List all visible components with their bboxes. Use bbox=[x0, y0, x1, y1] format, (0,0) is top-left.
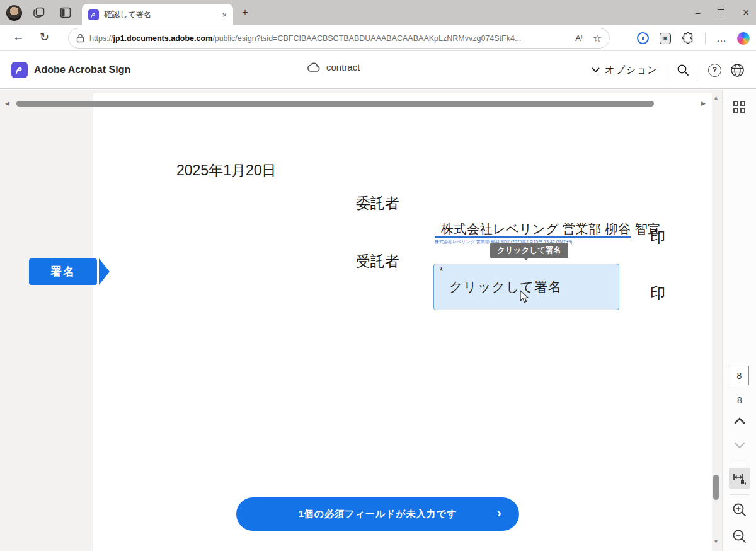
zoom-in-icon[interactable] bbox=[731, 502, 748, 518]
consignor-label: 委託者 bbox=[356, 194, 399, 213]
header-actions: オプション ? bbox=[592, 58, 745, 82]
seal-mark-consignor: 印 bbox=[650, 227, 665, 247]
read-aloud-icon[interactable]: A) bbox=[575, 33, 582, 43]
back-button[interactable]: ← bbox=[13, 30, 24, 44]
scroll-left-icon[interactable]: ◀ bbox=[5, 100, 9, 107]
extensions-puzzle-icon[interactable] bbox=[682, 32, 694, 45]
sidebar-divider bbox=[730, 494, 749, 495]
zoom-out-icon[interactable] bbox=[731, 528, 748, 545]
active-tab[interactable]: 確認して署名 × bbox=[82, 4, 233, 25]
scroll-right-icon[interactable]: ▶ bbox=[701, 100, 706, 107]
browser-window: 確認して署名 × + – ✕ ← ↻ https://jp1.documents… bbox=[0, 0, 756, 551]
horizontal-scroll-thumb[interactable] bbox=[16, 101, 654, 107]
refresh-button[interactable]: ↻ bbox=[40, 30, 49, 44]
address-bar[interactable]: https://jp1.documents.adobe.com/public/e… bbox=[68, 28, 610, 49]
profile-avatar[interactable] bbox=[6, 5, 22, 21]
submit-chevron-icon: › bbox=[497, 505, 501, 520]
mouse-cursor bbox=[519, 290, 530, 305]
fit-width-button[interactable] bbox=[729, 468, 750, 489]
favorite-star-icon[interactable]: ☆ bbox=[593, 32, 602, 44]
vertical-scroll-thumb[interactable] bbox=[713, 475, 719, 500]
scroll-down-icon[interactable]: ▼ bbox=[713, 538, 719, 545]
document-name: contract bbox=[307, 62, 360, 72]
completed-signature: 株式会社レベリング 営業部 柳谷 智宣 bbox=[441, 221, 661, 238]
vertical-tabs-icon[interactable] bbox=[59, 6, 72, 19]
acrobat-favicon bbox=[88, 9, 99, 20]
capture-extension-icon[interactable]: ◙ bbox=[660, 33, 671, 44]
help-icon[interactable]: ? bbox=[708, 64, 721, 77]
workspaces-icon[interactable] bbox=[33, 6, 45, 19]
consignee-label: 受託者 bbox=[356, 252, 399, 271]
scroll-up-icon[interactable]: ▲ bbox=[713, 95, 719, 101]
submit-button[interactable]: 1個の必須フィールドが未入力です › bbox=[236, 497, 519, 531]
sign-here-tab-arrow bbox=[99, 258, 110, 285]
viewer-sidebar: 8 8 bbox=[722, 90, 756, 551]
required-marker: * bbox=[439, 265, 444, 278]
document-date: 2025年1月20日 bbox=[176, 161, 277, 180]
current-page-input[interactable]: 8 bbox=[730, 366, 749, 385]
signature-field-placeholder: クリックして署名 bbox=[449, 278, 562, 296]
settings-more-icon[interactable]: … bbox=[716, 33, 726, 44]
page-thumbnails-icon[interactable] bbox=[733, 101, 745, 113]
url-text: https://jp1.documents.adobe.com/public/e… bbox=[89, 34, 570, 43]
vertical-scrollbar[interactable]: ▲ ▼ bbox=[711, 90, 721, 551]
close-tab-icon[interactable]: × bbox=[222, 10, 227, 20]
maximize-button[interactable] bbox=[718, 9, 724, 16]
extension-area: ◙ … bbox=[637, 28, 750, 49]
tab-strip: 確認して署名 × + – ✕ bbox=[0, 0, 756, 25]
minimize-button[interactable]: – bbox=[695, 8, 700, 18]
signature-underline bbox=[435, 236, 631, 238]
seal-mark-consignee: 印 bbox=[650, 283, 665, 303]
close-window-button[interactable]: ✕ bbox=[742, 8, 750, 18]
password-extension-icon[interactable] bbox=[637, 32, 649, 44]
horizontal-scrollbar[interactable]: ◀ ▶ bbox=[0, 100, 711, 108]
lock-icon bbox=[76, 33, 84, 43]
options-menu[interactable]: オプション bbox=[592, 64, 658, 77]
cloud-icon bbox=[307, 62, 321, 72]
brand-title: Adobe Acrobat Sign bbox=[34, 64, 130, 76]
chevron-down-icon bbox=[592, 67, 600, 73]
copilot-icon[interactable] bbox=[737, 32, 750, 45]
previous-page-icon[interactable] bbox=[733, 416, 746, 425]
window-controls: – ✕ bbox=[695, 0, 750, 25]
acrobat-sign-logo bbox=[11, 62, 28, 78]
total-pages-label: 8 bbox=[723, 395, 756, 405]
search-icon[interactable] bbox=[676, 63, 690, 77]
document-viewport: ◀ ▶ 2025年1月20日 委託者 株式会社レベリング 営業部 柳谷 智宣 株… bbox=[0, 90, 756, 551]
sidebar-divider bbox=[730, 463, 749, 463]
next-page-icon[interactable] bbox=[733, 441, 746, 450]
sign-here-tab[interactable]: 署名 bbox=[29, 258, 97, 285]
language-globe-icon[interactable] bbox=[730, 63, 745, 78]
sign-tooltip-arrow bbox=[522, 257, 530, 260]
tab-title: 確認して署名 bbox=[104, 9, 217, 20]
new-tab-button[interactable]: + bbox=[242, 6, 248, 19]
